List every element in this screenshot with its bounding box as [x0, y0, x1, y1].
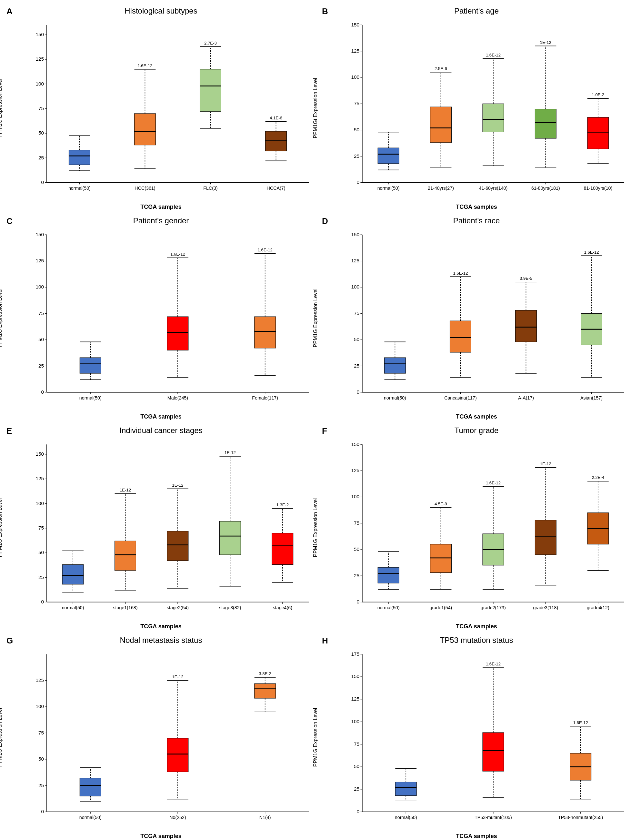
svg-text:61-80yrs(181): 61-80yrs(181) [531, 186, 560, 191]
chart-svg-E: 0255075100125150normal(50)1E-12stage1(16… [29, 437, 312, 616]
x-axis-label-C: TCGA samples [140, 414, 181, 420]
panel-letter-B: B [322, 6, 328, 16]
svg-text:Female(117): Female(117) [252, 395, 278, 401]
svg-text:2.5E-6: 2.5E-6 [435, 66, 447, 71]
y-axis-label-F: PPM1G Expression Level [312, 498, 319, 557]
svg-text:normal(50): normal(50) [79, 395, 102, 401]
svg-text:75: 75 [38, 310, 44, 316]
svg-text:125: 125 [35, 476, 44, 481]
svg-text:1E-12: 1E-12 [224, 450, 236, 455]
svg-text:75: 75 [38, 106, 44, 111]
svg-text:4.1E-6: 4.1E-6 [270, 115, 282, 120]
chart-svg-A: 0255075100125150normal(50)1.6E-12HCC(361… [29, 18, 312, 197]
svg-text:150: 150 [351, 232, 360, 237]
svg-text:0: 0 [357, 389, 360, 395]
svg-rect-342 [80, 778, 101, 796]
svg-text:grade4(12): grade4(12) [587, 605, 609, 610]
svg-text:1.6E-12: 1.6E-12 [486, 53, 501, 57]
svg-text:stage2(54): stage2(54) [167, 605, 189, 610]
svg-text:1.6E-12: 1.6E-12 [258, 248, 273, 253]
svg-rect-359 [254, 684, 276, 698]
svg-text:100: 100 [35, 704, 44, 709]
svg-rect-148 [254, 317, 276, 348]
svg-text:1E-12: 1E-12 [172, 674, 183, 679]
svg-text:75: 75 [354, 520, 360, 526]
svg-text:125: 125 [35, 677, 44, 683]
x-axis-label-B: TCGA samples [456, 204, 497, 210]
svg-text:Asian(157): Asian(157) [581, 395, 603, 401]
svg-text:stage1(168): stage1(168) [113, 605, 138, 610]
svg-text:normal(50): normal(50) [377, 186, 400, 191]
svg-text:normal(50): normal(50) [68, 186, 91, 191]
svg-rect-139 [167, 317, 188, 350]
svg-text:150: 150 [351, 442, 360, 447]
chart-title-F: Tumor grade [454, 426, 499, 435]
svg-rect-20 [69, 150, 90, 165]
svg-rect-241 [167, 531, 188, 561]
svg-text:50: 50 [38, 130, 44, 136]
panel-letter-G: G [6, 636, 13, 646]
svg-text:1E-12: 1E-12 [540, 461, 551, 466]
svg-rect-386 [395, 782, 416, 796]
svg-text:50: 50 [354, 764, 360, 769]
svg-text:100: 100 [351, 74, 360, 80]
svg-rect-394 [483, 733, 504, 771]
svg-text:stage4(6): stage4(6) [273, 605, 292, 610]
chart-D: DPatient's racePPM1G Expression LevelTCG… [319, 213, 631, 423]
chart-title-A: Histological subtypes [125, 6, 197, 16]
svg-text:150: 150 [351, 674, 360, 679]
svg-text:75: 75 [38, 730, 44, 736]
svg-text:100: 100 [35, 81, 44, 87]
svg-text:normal(50): normal(50) [384, 395, 406, 401]
chart-svg-H: 0255075100125150175normal(50)1.6E-12TP53… [344, 647, 628, 826]
chart-F: FTumor gradePPM1G Expression LevelTCGA s… [319, 423, 631, 633]
svg-text:100: 100 [351, 494, 360, 499]
svg-text:100: 100 [351, 284, 360, 289]
x-axis-label-D: TCGA samples [456, 414, 497, 420]
chart-title-B: Patient's age [454, 6, 499, 16]
panel-letter-D: D [322, 216, 328, 226]
svg-text:50: 50 [38, 756, 44, 762]
y-axis-label-A: PPM1G Expression Level [0, 79, 3, 137]
svg-text:0: 0 [41, 389, 44, 395]
svg-text:41-60yrs(140): 41-60yrs(140) [479, 186, 508, 191]
chart-svg-F: 0255075100125150normal(50)4.5E-9grade1(5… [344, 437, 628, 616]
svg-text:TP53-mutant(105): TP53-mutant(105) [475, 815, 512, 820]
svg-rect-173 [384, 358, 405, 373]
svg-text:normal(50): normal(50) [79, 815, 102, 820]
svg-text:A-A(17): A-A(17) [518, 395, 534, 401]
svg-text:0: 0 [41, 599, 44, 605]
chart-title-G: Nodal metastasis status [120, 636, 202, 645]
svg-text:100: 100 [35, 284, 44, 289]
svg-text:3.9E-5: 3.9E-5 [520, 276, 532, 281]
chart-svg-B: 0255075100125150normal(50)2.5E-621-40yrs… [344, 18, 628, 197]
y-axis-label-G: PPM1G Expression Level [0, 708, 3, 767]
x-axis-label-H: TCGA samples [456, 833, 497, 840]
svg-text:100: 100 [351, 718, 360, 724]
svg-text:150: 150 [351, 22, 360, 27]
svg-text:1E-12: 1E-12 [120, 488, 131, 493]
svg-text:25: 25 [354, 573, 360, 578]
svg-text:81-100yrs(10): 81-100yrs(10) [584, 186, 612, 191]
chart-svg-D: 0255075100125150normal(50)1.6E-12Cancasi… [344, 227, 628, 407]
x-axis-label-A: TCGA samples [140, 204, 181, 210]
chart-B: BPatient's agePPM1Gt Expression LevelTCG… [319, 3, 631, 213]
svg-text:4.5E-9: 4.5E-9 [435, 502, 447, 506]
svg-text:2.7E-3: 2.7E-3 [204, 41, 217, 46]
chart-C: CPatient's genderPPM1G Expression LevelT… [3, 213, 319, 423]
svg-rect-106 [587, 117, 609, 149]
svg-text:100: 100 [35, 501, 44, 506]
svg-text:150: 150 [35, 32, 44, 37]
svg-text:25: 25 [354, 153, 360, 159]
svg-rect-250 [219, 521, 241, 555]
chart-title-C: Patient's gender [133, 216, 189, 225]
svg-text:2.2E-4: 2.2E-4 [592, 475, 604, 480]
svg-text:grade1(54): grade1(54) [430, 605, 452, 610]
svg-text:1.0E-2: 1.0E-2 [592, 92, 604, 97]
svg-rect-181 [450, 321, 471, 352]
svg-text:1.6E-12: 1.6E-12 [137, 63, 152, 68]
svg-rect-46 [265, 131, 287, 151]
svg-text:25: 25 [354, 786, 360, 792]
svg-text:50: 50 [354, 336, 360, 342]
svg-rect-350 [167, 738, 188, 772]
